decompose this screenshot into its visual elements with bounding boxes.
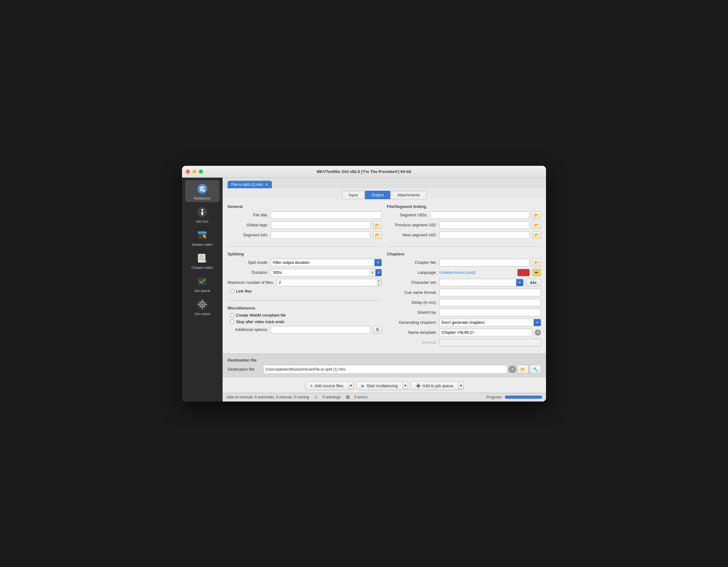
segment-info-input[interactable]: [271, 231, 371, 239]
add-to-job-queue-label: Add to job queue: [423, 383, 453, 388]
split-mode-control: ▼: [271, 259, 382, 266]
max-files-up-button[interactable]: ▲: [376, 279, 381, 283]
segment-info-folder-button[interactable]: 📂: [373, 231, 382, 239]
interval-input: [439, 339, 541, 346]
segment-uids-row: Segment UIDs: 📂: [387, 211, 541, 219]
splitting-title: Splitting: [228, 252, 382, 256]
duration-dropdown-button[interactable]: ▼: [376, 269, 382, 276]
start-multiplexing-button[interactable]: ▶ Start multiplexing: [356, 381, 403, 390]
tab-output[interactable]: Output: [365, 191, 390, 199]
add-source-files-button[interactable]: + Add source files: [305, 381, 349, 390]
titlebar-buttons: [186, 170, 203, 174]
chapter-file-folder-button[interactable]: 📂: [532, 259, 541, 266]
segment-uids-folder-button[interactable]: 📂: [532, 211, 541, 219]
additional-options-list-button[interactable]: ☰: [373, 326, 382, 333]
max-files-input[interactable]: [277, 279, 376, 286]
destination-path-input[interactable]: [263, 365, 507, 374]
jobs-status-text: Jobs to execute: 0 automatic, 0 manual, …: [226, 395, 309, 399]
delay-input[interactable]: [439, 299, 541, 306]
duration-input[interactable]: [271, 269, 369, 276]
folder-icon-3: 📂: [534, 213, 539, 218]
name-template-input[interactable]: [439, 329, 532, 336]
link-files-row: Link files: [228, 289, 382, 293]
maximize-button[interactable]: [199, 170, 203, 174]
global-tags-label: Global tags:: [228, 223, 268, 227]
progress-container: Progress:: [372, 395, 542, 399]
sidebar-item-job-queue[interactable]: Job queue: [185, 273, 219, 294]
destination-clear-button[interactable]: ✕: [509, 366, 516, 373]
tab-input[interactable]: Input: [342, 191, 364, 199]
segment-uids-label: Segment UIDs:: [387, 213, 427, 217]
next-segment-uid-input[interactable]: [439, 231, 530, 239]
stretch-by-input[interactable]: [439, 309, 541, 316]
prev-segment-uid-row: Previous segment UID: 📂: [387, 221, 541, 229]
add-queue-icon: ➕: [416, 383, 421, 388]
folder-icon-6: 📂: [534, 260, 539, 265]
split-mode-input[interactable]: [271, 259, 374, 266]
folder-icon-2: 📂: [375, 233, 380, 238]
language-link[interactable]: Undetermined (und): [439, 270, 475, 275]
svg-point-1: [201, 186, 203, 188]
prev-segment-uid-input[interactable]: [439, 221, 530, 229]
add-source-group: + Add source files ▼: [305, 381, 354, 390]
max-files-control: ▲ ▼: [277, 279, 382, 286]
global-tags-folder-button[interactable]: 📂: [373, 221, 382, 229]
stop-video-checkbox[interactable]: [230, 320, 234, 324]
max-files-down-button[interactable]: ▼: [376, 283, 381, 286]
name-template-clear-button[interactable]: ✕: [535, 329, 541, 336]
global-tags-input[interactable]: [271, 221, 371, 229]
destination-row: Destination file: ✕ 📂 🔧: [228, 365, 541, 374]
language-edit-button[interactable]: ✏: [532, 269, 541, 276]
character-set-char-button[interactable]: ÃÄC: [526, 279, 541, 286]
errors-count: 0 errors: [355, 395, 367, 399]
tab-attachments[interactable]: Attachments: [391, 191, 426, 199]
additional-options-input[interactable]: [271, 326, 371, 333]
prev-segment-uid-folder-button[interactable]: 📂: [532, 221, 541, 229]
pencil-icon: ✏: [535, 270, 539, 275]
duration-label: Duration:: [228, 270, 268, 275]
generating-chapters-dropdown-button[interactable]: ▼: [534, 319, 541, 326]
svg-point-5: [201, 209, 203, 211]
destination-options-button[interactable]: 🔧: [530, 365, 541, 374]
file-tab[interactable]: File-to-split (1).mkv ✕: [228, 181, 272, 188]
add-source-files-label: Add source files: [315, 383, 344, 388]
generating-chapters-label: Generating chapters:: [387, 320, 437, 325]
error-icon: 🖼: [346, 395, 350, 399]
divider-2: [228, 300, 382, 301]
add-source-files-arrow-button[interactable]: ▼: [349, 381, 354, 390]
language-remove-button[interactable]: [517, 269, 530, 276]
content-area: File-to-split (1).mkv ✕ Input Output Att…: [223, 178, 546, 402]
cue-name-format-input[interactable]: [439, 289, 541, 296]
start-multiplexing-arrow-button[interactable]: ▼: [403, 381, 408, 390]
segment-uids-input[interactable]: [430, 211, 530, 219]
sidebar-item-job-output[interactable]: Job output: [185, 296, 219, 318]
add-to-job-queue-arrow-button[interactable]: ▼: [459, 381, 464, 390]
generating-chapters-input[interactable]: [439, 319, 534, 326]
split-mode-dropdown-button[interactable]: ▼: [374, 259, 382, 266]
destination-folder-button[interactable]: 📂: [517, 365, 529, 374]
link-files-checkbox[interactable]: [230, 289, 234, 293]
create-webm-checkbox[interactable]: [230, 313, 234, 317]
character-set-input[interactable]: [439, 279, 516, 286]
add-to-job-queue-button[interactable]: ➕ Add to job queue: [411, 381, 459, 390]
character-set-dropdown-button[interactable]: ▼: [516, 279, 524, 286]
close-button[interactable]: [186, 170, 190, 174]
file-tab-close-button[interactable]: ✕: [265, 182, 268, 187]
max-files-row: Maximum number of files: ▲ ▼: [228, 279, 382, 286]
chapter-file-input[interactable]: [439, 259, 530, 266]
sidebar-item-chapter-editor[interactable]: Chapter editor: [185, 249, 219, 271]
sidebar-item-info-tool[interactable]: Info tool: [185, 203, 219, 225]
add-job-queue-group: ➕ Add to job queue ▼: [411, 381, 464, 390]
chapter-file-label: Chapter file:: [387, 260, 437, 265]
minimize-button[interactable]: [192, 170, 196, 174]
next-segment-uid-folder-button[interactable]: 📂: [532, 231, 541, 239]
delay-row: Delay (in ms):: [387, 299, 541, 306]
clear-icon-2: ✕: [511, 367, 514, 371]
sidebar-item-header-editor[interactable]: Header editor: [185, 226, 219, 248]
stretch-by-label: Stretch by:: [387, 310, 437, 315]
file-title-input[interactable]: [271, 211, 382, 219]
duration-clear-button[interactable]: ✕: [369, 269, 376, 276]
sidebar-item-job-queue-label: Job queue: [194, 289, 210, 293]
chapter-file-row: Chapter file: 📂: [387, 259, 541, 266]
sidebar-item-multiplexer[interactable]: Multiplexer: [185, 180, 219, 202]
